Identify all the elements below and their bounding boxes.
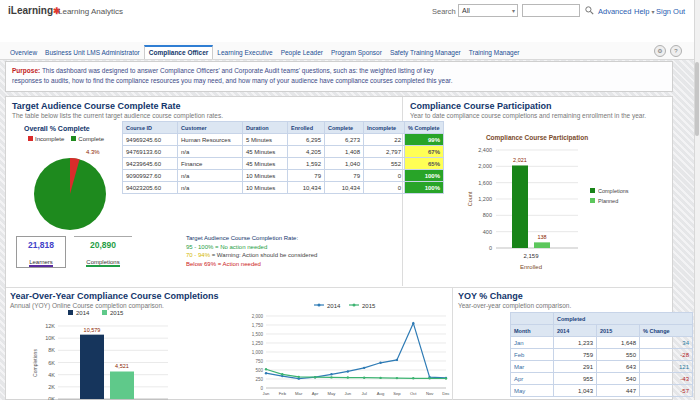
legend-label: Complete xyxy=(78,136,104,142)
svg-text:Planned: Planned xyxy=(598,198,618,204)
legend-item: Complete xyxy=(71,136,104,142)
table-row: 94023205.60n/a10 Minutes10,43410,4340100… xyxy=(123,182,444,194)
svg-text:4,521: 4,521 xyxy=(115,363,129,369)
purpose-notice: Purpose: This dashboard was designed to … xyxy=(5,61,673,92)
col-change: % Change xyxy=(640,325,693,337)
table-row: Jan1,2331,64834 xyxy=(511,337,693,349)
legend-swatch xyxy=(28,136,33,141)
tab-overview[interactable]: Overview xyxy=(6,46,41,59)
app-logo[interactable]: iLearning✱ xyxy=(8,5,61,16)
search-input[interactable] xyxy=(522,4,580,17)
svg-text:Jan: Jan xyxy=(263,391,270,396)
value-cell: 643 xyxy=(597,361,640,373)
col-customer: Customer xyxy=(178,122,243,134)
value-cell: -57 xyxy=(640,385,693,397)
col-incomplete: Incomplete xyxy=(364,122,405,134)
col-enrolled: Enrolled xyxy=(288,122,325,134)
cell: 90909927.60 xyxy=(123,170,178,182)
svg-text:10K: 10K xyxy=(45,335,55,341)
table-row: Apr955540-43 xyxy=(511,373,693,385)
cell: 10 Minutes xyxy=(243,182,288,194)
svg-text:Completions: Completions xyxy=(32,349,38,377)
cell: 94769133.60 xyxy=(123,146,178,158)
search-scope-select[interactable]: All▾ xyxy=(458,4,518,17)
target-audience-title: Target Audience Course Complete Rate xyxy=(12,101,181,111)
month-cell: May xyxy=(511,385,554,397)
tab-program-sponsor[interactable]: Program Sponsor xyxy=(327,46,386,59)
table-row: 94969245.60Human Resources5 Minutes6,295… xyxy=(123,134,444,146)
col-month: Month xyxy=(511,325,554,337)
value-cell: 34 xyxy=(640,337,693,349)
svg-text:1,200: 1,200 xyxy=(478,196,492,202)
svg-text:12K: 12K xyxy=(45,323,55,329)
yoy-change-table[interactable]: CompletedMonth20142015% ChangeJan1,2331,… xyxy=(510,312,693,397)
gear-icon[interactable]: ⚙ xyxy=(654,45,666,57)
svg-text:Jun: Jun xyxy=(344,391,351,396)
cell: n/a xyxy=(178,182,243,194)
svg-text:2,000: 2,000 xyxy=(252,314,264,319)
svg-text:10,579: 10,579 xyxy=(84,327,101,333)
tab-safety-training-manager[interactable]: Safety Training Manager xyxy=(386,46,465,59)
search-icon[interactable] xyxy=(585,6,594,15)
svg-text:2,021: 2,021 xyxy=(513,157,527,163)
svg-text:Mar: Mar xyxy=(295,391,303,396)
cell: 22 xyxy=(364,134,405,146)
advanced-link[interactable]: Advanced xyxy=(598,7,631,16)
value-cell: 291 xyxy=(554,361,597,373)
course-grid: Course IDCustomerDurationEnrolledComplet… xyxy=(122,121,444,194)
tab-training-manager[interactable]: Training Manager xyxy=(465,46,524,59)
svg-text:2014: 2014 xyxy=(327,303,341,309)
cell: 0 xyxy=(364,170,405,182)
product-name: Learning Analytics xyxy=(58,7,123,16)
sign-out-link[interactable]: Sign Out xyxy=(656,7,685,16)
svg-text:800: 800 xyxy=(483,212,492,218)
svg-text:2,400: 2,400 xyxy=(478,147,492,153)
svg-text:Nov: Nov xyxy=(426,391,434,396)
yoy-group-header-row: Completed xyxy=(511,313,693,325)
month-cell: Apr xyxy=(511,373,554,385)
svg-text:Compliance Course Participatio: Compliance Course Participation xyxy=(486,134,588,142)
tab-compliance-officer[interactable]: Compliance Officer xyxy=(144,45,214,59)
tab-learning-executive[interactable]: Learning Executive xyxy=(213,46,276,59)
yoy-grid: CompletedMonth20142015% ChangeJan1,2331,… xyxy=(510,312,693,397)
yoy-change-title: YOY % Change xyxy=(458,291,523,301)
value-cell: -28 xyxy=(640,349,693,361)
value-cell: 1,233 xyxy=(554,337,597,349)
help-menu[interactable]: Help▾ xyxy=(634,7,654,16)
cell: 94239645.60 xyxy=(123,158,178,170)
scrollbar-thumb[interactable] xyxy=(695,62,699,136)
svg-text:Feb: Feb xyxy=(279,391,287,396)
value-cell: 759 xyxy=(554,349,597,361)
svg-text:Jul: Jul xyxy=(362,391,367,396)
cell: n/a xyxy=(178,146,243,158)
cell: Finance xyxy=(178,158,243,170)
cell: 94023205.60 xyxy=(123,182,178,194)
col-duration: Duration xyxy=(243,122,288,134)
tab-people-leader[interactable]: People Leader xyxy=(277,46,327,59)
legend-label: Incomplete xyxy=(35,136,64,142)
svg-text:Aug: Aug xyxy=(377,391,385,396)
cell: 1,592 xyxy=(288,158,325,170)
dashboard-tab-bar: OverviewBusiness Unit LMS AdministratorC… xyxy=(0,42,694,60)
horizontal-divider xyxy=(6,287,672,288)
month-cell: Mar xyxy=(511,361,554,373)
svg-text:Dec: Dec xyxy=(442,391,449,396)
vertical-scrollbar[interactable] xyxy=(694,0,700,400)
course-table-header-row: Course IDCustomerDurationEnrolledComplet… xyxy=(123,122,444,134)
help-icon[interactable]: ? xyxy=(670,45,682,57)
course-table[interactable]: Course IDCustomerDurationEnrolledComplet… xyxy=(122,121,444,194)
overall-complete-pie-chart: 4.3% xyxy=(26,144,118,234)
value-cell: 955 xyxy=(554,373,597,385)
tab-business-unit-lms-administrator[interactable]: Business Unit LMS Administrator xyxy=(41,46,144,59)
value-cell: 1,648 xyxy=(597,337,640,349)
legend-item: Incomplete xyxy=(28,136,64,142)
kpi-completions: 20,890 Completions xyxy=(74,236,132,267)
rate-legend-line: 95 - 100% = No action needed xyxy=(186,243,391,252)
title-bar: Role Based HomeCatalogFavorites▾Dashboar… xyxy=(0,22,694,43)
help-label: Help xyxy=(634,7,649,16)
table-row: 94769133.60n/a45 Minutes4,2051,4082,7976… xyxy=(123,146,444,158)
cell: 45 Minutes xyxy=(243,158,288,170)
target-audience-subtitle: The table below lists the current target… xyxy=(12,112,394,119)
kpi-learners-label: Learners xyxy=(29,259,53,267)
dashboard-screen: iLearning✱ Learning Analytics Search All… xyxy=(0,0,700,400)
